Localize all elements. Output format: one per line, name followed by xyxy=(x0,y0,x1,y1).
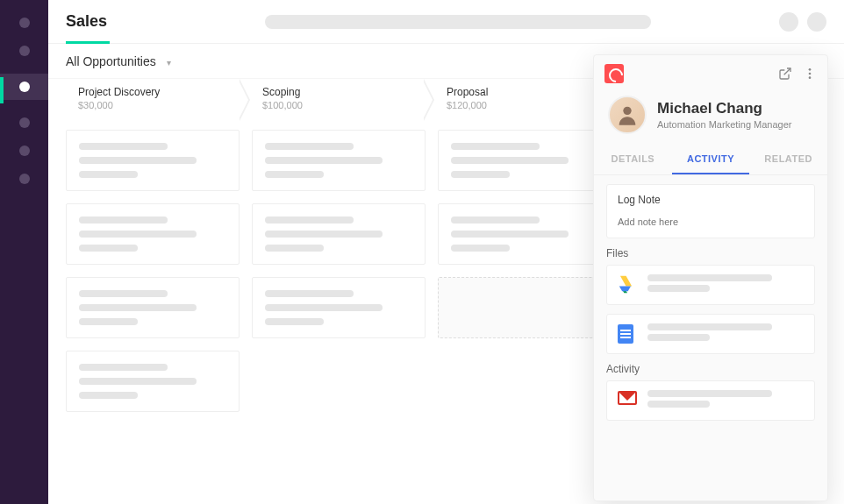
drawer-body: Log Note Files Activity xyxy=(594,175,827,438)
log-note-card: Log Note xyxy=(606,184,815,238)
opportunity-card[interactable] xyxy=(252,277,426,338)
search-input[interactable] xyxy=(265,15,651,29)
more-vertical-icon[interactable] xyxy=(803,67,817,81)
activity-label: Activity xyxy=(606,363,815,375)
popout-icon[interactable] xyxy=(778,67,792,81)
stage-project-discovery[interactable]: Project Discovery $30,000 xyxy=(66,79,250,121)
file-placeholder xyxy=(647,274,804,295)
kanban-column xyxy=(252,130,426,412)
header-action-1[interactable] xyxy=(779,12,798,32)
log-note-label: Log Note xyxy=(618,194,804,206)
activity-item[interactable] xyxy=(606,380,815,421)
kanban-column xyxy=(438,130,612,412)
stage-value: $30,000 xyxy=(78,100,250,110)
nav-item-6[interactable] xyxy=(19,174,30,184)
opportunity-card[interactable] xyxy=(252,130,426,191)
stage-arrow-icon xyxy=(240,79,250,121)
header-actions xyxy=(779,12,826,32)
page-title: Sales xyxy=(66,12,107,31)
contact-drawer: Michael Chang Automation Marketing Manag… xyxy=(593,54,828,501)
stage-proposal[interactable]: Proposal $120,000 xyxy=(434,79,619,121)
filter-label: All Opportunities xyxy=(66,54,156,68)
svg-point-1 xyxy=(809,68,812,71)
activity-placeholder xyxy=(647,390,804,411)
stage-arrow-icon xyxy=(424,79,434,121)
contact-name: Michael Chang xyxy=(657,100,791,117)
note-input[interactable] xyxy=(618,217,804,227)
files-label: Files xyxy=(606,247,815,259)
nav-active-indicator xyxy=(0,77,4,103)
drawer-header xyxy=(594,55,827,92)
avatar xyxy=(608,96,647,134)
nav-item-3 xyxy=(19,82,30,92)
file-placeholder xyxy=(647,323,804,344)
svg-point-2 xyxy=(809,73,812,75)
filter-dropdown[interactable]: All Opportunities ▾ xyxy=(66,54,171,68)
opportunity-card[interactable] xyxy=(438,130,612,191)
gmail-icon xyxy=(618,391,637,410)
file-item[interactable] xyxy=(606,265,815,305)
file-item[interactable] xyxy=(606,314,815,354)
nav-item-2[interactable] xyxy=(19,46,30,56)
brand-logo-icon xyxy=(604,64,624,83)
header: Sales xyxy=(48,0,844,44)
opportunity-card[interactable] xyxy=(66,203,240,265)
contact-profile: Michael Chang Automation Marketing Manag… xyxy=(594,92,827,145)
stage-value: $100,000 xyxy=(262,100,434,110)
tab-related[interactable]: RELATED xyxy=(749,145,827,174)
stage-name: Scoping xyxy=(262,86,434,98)
opportunity-card[interactable] xyxy=(66,130,240,191)
drop-target-card[interactable] xyxy=(438,277,612,338)
nav-item-1[interactable] xyxy=(19,18,30,28)
google-drive-icon xyxy=(618,275,637,295)
svg-point-3 xyxy=(809,76,812,79)
contact-title: Automation Marketing Manager xyxy=(657,119,791,130)
stage-name: Project Discovery xyxy=(78,86,250,98)
nav-item-3-wrapper[interactable] xyxy=(0,74,48,100)
svg-line-0 xyxy=(784,68,790,75)
drawer-tabs: DETAILS ACTIVITY RELATED xyxy=(594,145,827,175)
kanban-column xyxy=(66,130,240,412)
opportunity-card[interactable] xyxy=(66,351,240,412)
header-action-2[interactable] xyxy=(807,12,826,32)
tab-details[interactable]: DETAILS xyxy=(594,145,672,174)
sidebar xyxy=(0,0,48,504)
svg-point-4 xyxy=(623,107,631,115)
nav-item-4[interactable] xyxy=(19,117,30,128)
title-underline xyxy=(66,41,110,44)
chevron-down-icon: ▾ xyxy=(167,58,171,67)
opportunity-card[interactable] xyxy=(252,203,426,265)
google-doc-icon xyxy=(618,324,637,344)
opportunity-card[interactable] xyxy=(438,203,612,265)
tab-activity[interactable]: ACTIVITY xyxy=(672,145,750,174)
opportunity-card[interactable] xyxy=(66,277,240,338)
nav-item-5[interactable] xyxy=(19,146,30,156)
stage-scoping[interactable]: Scoping $100,000 xyxy=(250,79,434,121)
